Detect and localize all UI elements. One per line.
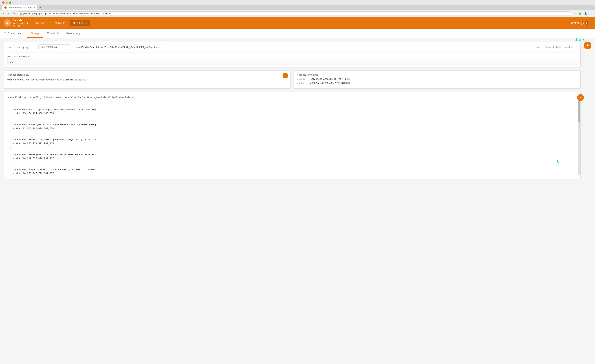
- back-button[interactable]: ‹: [2, 11, 5, 16]
- tab-close-icon[interactable]: ✕: [34, 7, 35, 9]
- network-dropdown-icon[interactable]: ▾: [27, 21, 28, 24]
- scrollbar-track[interactable]: [578, 100, 580, 176]
- encoded-storage-key-box: encoded storage key 0x359e684ff9b0738b7d…: [4, 70, 291, 89]
- developer-label: Developer: [73, 21, 85, 25]
- tab-raw-storage[interactable]: Raw storage: [63, 29, 85, 38]
- storage-keys-grid: encoded storage key 0x359e684ff9b0738b7d…: [4, 70, 581, 89]
- nav-menu: Accounts ▾ Network ▾ Developer ▾: [32, 20, 90, 26]
- query-description: Keeps a list of all eligible candidate..…: [537, 46, 577, 49]
- nav-bar: ‹ › ↻ 🔒 polkadot.js.org/apps/?rpc=wss://…: [0, 10, 595, 17]
- logo-circle: ◉: [4, 19, 11, 27]
- bookmark-icon[interactable]: ☆: [573, 12, 577, 15]
- blockhash-row: blockhash to query at: [4, 52, 581, 67]
- address-bar[interactable]: 🔒 polkadot.js.org/apps/?rpc=wss://fraa-d…: [17, 11, 571, 16]
- module-value: 359e684ff9b0738b7dc97123fd114c24: [310, 78, 350, 81]
- logo-text: Dancebox dancebox/400 #1,452,945: [13, 19, 25, 27]
- add-query-button[interactable]: +: [584, 42, 591, 49]
- query-section: 1 ↙ selected state query pooledStaking ▾…: [4, 42, 581, 67]
- chain-state-icon: ☰: [4, 32, 6, 35]
- query-row: selected state query pooledStaking ▾ sor…: [4, 42, 581, 52]
- accounts-label: Accounts: [35, 21, 47, 25]
- nav-network[interactable]: Network ▾: [52, 20, 69, 26]
- app-logo: ◉ Dancebox dancebox/400 #1,452,945 ▾: [4, 19, 28, 27]
- encoded-key-details-box: encoded key details module 359e684ff9b07…: [294, 70, 581, 89]
- logo-icon: ◉: [6, 21, 9, 25]
- maximize-window-button[interactable]: [9, 1, 11, 4]
- tab-storage[interactable]: Storage: [27, 29, 43, 38]
- chain-state-label: ☰ Chain state: [4, 32, 21, 35]
- close-icon: ×: [580, 96, 582, 100]
- forward-button[interactable]: ›: [7, 11, 10, 16]
- menu-icon[interactable]: ⋯: [589, 12, 593, 15]
- settings-gear-icon: ⚙: [571, 21, 573, 25]
- pallet-select[interactable]: pooledStaking ▾: [38, 44, 71, 50]
- network-arrow-icon: ▾: [65, 22, 67, 24]
- block-number: #1,452,945: [13, 25, 25, 27]
- nav-icons: ☆ 🧩 👤 ⋯: [573, 12, 593, 15]
- tab-constants-label: Constants: [47, 32, 59, 35]
- encoded-storage-key-label: encoded storage key: [7, 73, 287, 76]
- reload-button[interactable]: ↻: [11, 11, 16, 16]
- tab-bar: Polkadot/Substrate Portal ✕ +: [0, 5, 595, 10]
- settings-button[interactable]: ⚙ Settings 1: [568, 20, 591, 26]
- active-tab[interactable]: Polkadot/Substrate Portal ✕: [2, 5, 37, 10]
- close-results-button[interactable]: ×: [577, 94, 584, 101]
- method-label: method: [297, 82, 308, 84]
- settings-label: Settings: [574, 21, 584, 25]
- module-row: module 359e684ff9b0738b7dc97123fd114c24: [297, 78, 577, 81]
- tab-constants[interactable]: Constants: [43, 29, 63, 38]
- chain-state-text: Chain state: [7, 32, 21, 35]
- copy-storage-key-button[interactable]: ⧉: [283, 73, 288, 79]
- nav-accounts[interactable]: Accounts ▾: [32, 20, 51, 26]
- method-display: sortedEligibleCandidates(): Vec<PalletPo…: [73, 44, 534, 50]
- tab-raw-storage-label: Raw storage: [66, 32, 81, 35]
- results-title: pooledStaking.sortedEligibleCandidates: …: [7, 96, 577, 99]
- copy-icon: ⧉: [285, 74, 286, 77]
- settings-badge: 1: [585, 21, 588, 25]
- browser-toolbar: [0, 0, 595, 5]
- close-window-button[interactable]: [2, 1, 5, 4]
- main-content: 2 ↓ 1 ↙ selected state query pooledStaki…: [0, 38, 595, 183]
- user-icon[interactable]: 👤: [583, 12, 588, 15]
- encoded-key-details-label: encoded key details: [297, 73, 577, 76]
- network-sub: dancebox/400: [13, 22, 25, 25]
- method-value: a3b87faa760d235d85d7282cf316004f: [310, 82, 350, 84]
- results-section: pooledStaking.sortedEligibleCandidates: …: [4, 92, 581, 179]
- blockhash-input[interactable]: [7, 59, 577, 65]
- accounts-arrow-icon: ▾: [47, 22, 48, 24]
- app-header: ◉ Dancebox dancebox/400 #1,452,945 ▾ Acc…: [0, 17, 595, 29]
- description-arrow-icon: ▾: [576, 46, 577, 48]
- scrollbar-thumb[interactable]: [578, 100, 580, 122]
- pallet-value: pooledStaking: [41, 46, 57, 49]
- new-tab-button[interactable]: +: [38, 5, 42, 10]
- tab-favicon-icon: [4, 6, 7, 9]
- module-label: module: [297, 78, 308, 81]
- query-label: selected state query: [7, 46, 36, 49]
- traffic-lights: [2, 1, 11, 4]
- nav-developer[interactable]: Developer ▾: [70, 20, 90, 26]
- network-name: Dancebox: [13, 19, 25, 22]
- tab-title: Polkadot/Substrate Portal: [8, 6, 32, 9]
- lock-icon: 🔒: [20, 12, 22, 15]
- tab-storage-label: Storage: [30, 32, 40, 35]
- pallet-dropdown-icon: ▾: [58, 46, 59, 48]
- encoded-storage-key-value: 0x359e684ff9b0738b7dc97123fd114c24a3b87f…: [7, 78, 287, 82]
- method-row: method a3b87faa760d235d85d7282cf316004f: [297, 82, 577, 84]
- blockhash-label: blockhash to query at: [7, 55, 577, 58]
- url-text: polkadot.js.org/apps/?rpc=wss://fraa-dan…: [23, 12, 110, 15]
- extensions-icon[interactable]: 🧩: [578, 12, 582, 15]
- sub-nav-tabs: Storage Constants Raw storage: [27, 29, 85, 38]
- sub-nav: ☰ Chain state Storage Constants Raw stor…: [0, 29, 595, 38]
- description-text: Keeps a list of all eligible candidate..…: [537, 46, 575, 49]
- results-code: [ { candidate: 5CFJZfbgGfhn2opejK89Jis8n…: [7, 100, 577, 176]
- minimize-window-button[interactable]: [6, 1, 8, 4]
- developer-arrow-icon: ▾: [86, 22, 87, 24]
- browser-chrome: Polkadot/Substrate Portal ✕ + ‹ › ↻ 🔒 po…: [0, 0, 595, 17]
- network-label: Network: [55, 21, 65, 25]
